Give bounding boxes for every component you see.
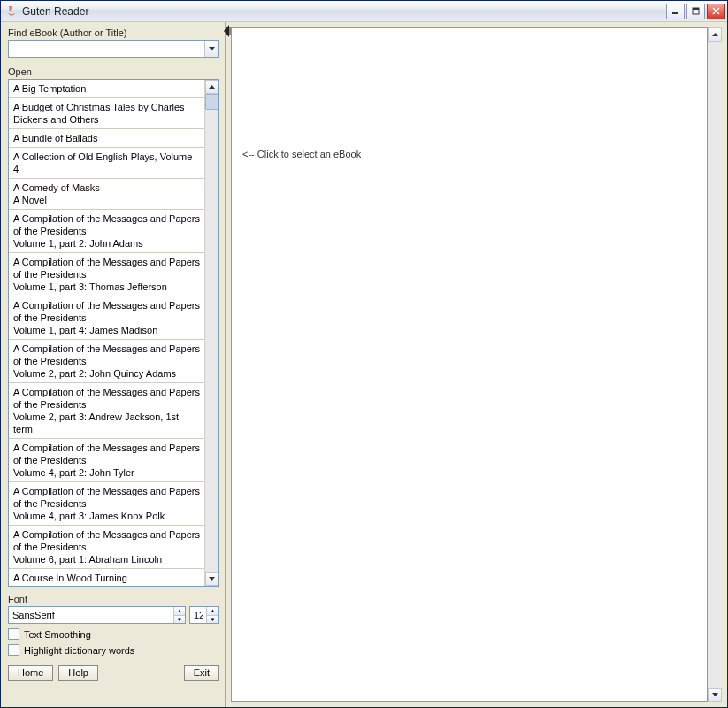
list-scrollbar[interactable] <box>204 80 218 586</box>
reader-scroll-up[interactable] <box>708 27 722 42</box>
find-label: Find eBook (Author or Title) <box>8 27 219 38</box>
app-window: Guten Reader Find eBook (Author or Title… <box>0 0 728 708</box>
scroll-thumb[interactable] <box>205 94 218 110</box>
window-title: Guten Reader <box>22 5 664 18</box>
list-item[interactable]: A Course In Wood Turning <box>9 569 204 586</box>
font-name-input[interactable] <box>9 607 173 623</box>
find-input[interactable] <box>9 41 204 57</box>
list-item[interactable]: A Compilation of the Messages and Papers… <box>9 439 204 482</box>
list-item[interactable]: A Compilation of the Messages and Papers… <box>9 253 204 296</box>
list-item[interactable]: A Budget of Christmas Tales by Charles D… <box>9 98 204 129</box>
scroll-track[interactable] <box>205 94 218 572</box>
smoothing-checkbox[interactable] <box>8 628 19 640</box>
font-size-input[interactable] <box>190 607 206 623</box>
list-item[interactable]: A Compilation of the Messages and Papers… <box>9 482 204 526</box>
svg-rect-2 <box>693 8 699 10</box>
home-button[interactable]: Home <box>8 665 53 681</box>
list-item[interactable]: A Compilation of the Messages and Papers… <box>9 210 204 253</box>
list-item[interactable]: A Compilation of the Messages and Papers… <box>9 340 204 383</box>
list-item[interactable]: A Bundle of Ballads <box>9 129 204 148</box>
list-item[interactable]: A Compilation of the Messages and Papers… <box>9 383 204 439</box>
reader-scrollbar[interactable] <box>708 27 722 702</box>
highlight-checkbox[interactable] <box>8 644 19 656</box>
highlight-label: Highlight dictionary words <box>24 645 134 656</box>
list-item[interactable]: A Compilation of the Messages and Papers… <box>9 526 204 569</box>
font-name-down[interactable]: ▼ <box>174 616 185 624</box>
maximize-button[interactable] <box>686 4 705 19</box>
highlight-row: Highlight dictionary words <box>8 644 219 656</box>
svg-rect-0 <box>672 12 678 14</box>
reader-viewport[interactable]: <-- Click to select an eBook <box>231 27 708 702</box>
find-combobox[interactable] <box>8 40 219 58</box>
button-row: Home Help Exit <box>8 665 219 681</box>
open-label: Open <box>8 66 219 77</box>
ebook-list-viewport[interactable]: A Big TemptationA Budget of Christmas Ta… <box>9 80 204 586</box>
find-dropdown-button[interactable] <box>204 41 218 57</box>
reader-scroll-track[interactable] <box>708 42 722 688</box>
font-label: Font <box>8 594 219 604</box>
smoothing-label: Text Smoothing <box>24 629 91 640</box>
exit-button[interactable]: Exit <box>184 665 219 681</box>
scroll-up-button[interactable] <box>205 80 218 94</box>
help-button[interactable]: Help <box>58 665 98 681</box>
font-size-down[interactable]: ▼ <box>207 616 218 624</box>
java-icon <box>4 4 19 19</box>
titlebar: Guten Reader <box>1 1 727 22</box>
list-item[interactable]: A Comedy of Masks A Novel <box>9 179 204 210</box>
font-name-spinner[interactable]: ▲ ▼ <box>8 606 186 624</box>
minimize-button[interactable] <box>666 4 685 19</box>
ebook-list: A Big TemptationA Budget of Christmas Ta… <box>8 79 219 587</box>
close-button[interactable] <box>707 4 725 19</box>
font-size-spinner[interactable]: ▲ ▼ <box>189 606 219 624</box>
font-size-up[interactable]: ▲ <box>207 607 218 616</box>
list-item[interactable]: A Compilation of the Messages and Papers… <box>9 296 204 340</box>
font-name-up[interactable]: ▲ <box>174 607 185 616</box>
sidebar: Find eBook (Author or Title) Open A Big … <box>1 22 226 707</box>
reader-placeholder: <-- Click to select an eBook <box>242 149 361 159</box>
list-item[interactable]: A Collection of Old English Plays, Volum… <box>9 148 204 179</box>
scroll-down-button[interactable] <box>205 572 218 586</box>
smoothing-row: Text Smoothing <box>8 628 219 640</box>
reader-scroll-down[interactable] <box>708 688 722 702</box>
font-section: Font ▲ ▼ ▲ ▼ <box>8 594 219 624</box>
list-item[interactable]: A Big Temptation <box>9 80 204 98</box>
content-area: Find eBook (Author or Title) Open A Big … <box>1 22 727 707</box>
reader-panel: <-- Click to select an eBook <box>231 27 722 702</box>
